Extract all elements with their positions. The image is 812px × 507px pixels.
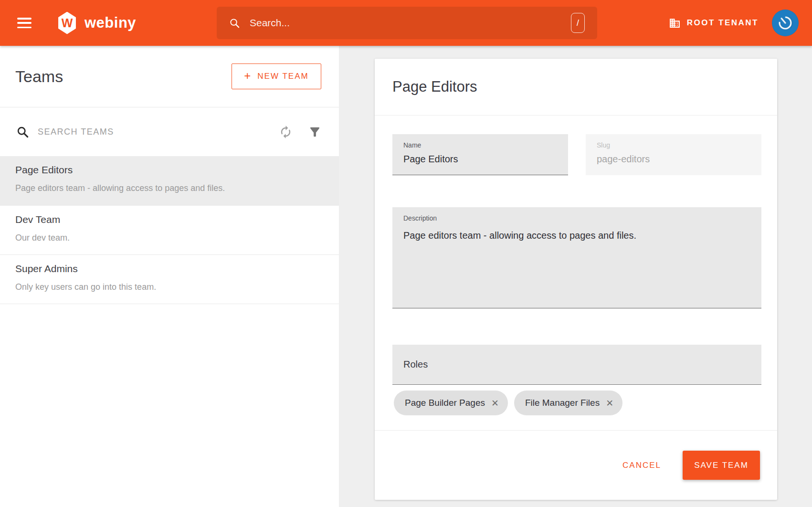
team-detail-header: Page Editors bbox=[375, 59, 777, 116]
roles-field[interactable]: Roles bbox=[392, 345, 761, 385]
refresh-button[interactable] bbox=[279, 125, 293, 139]
new-team-button-label: NEW TEAM bbox=[257, 72, 308, 81]
description-field[interactable]: Description Page editors team - allowing… bbox=[392, 207, 761, 308]
team-name: Page Editors bbox=[15, 164, 324, 176]
teams-list-panel: Teams + NEW TEAM Page Editors Page edito… bbox=[0, 46, 339, 507]
power-icon bbox=[773, 11, 798, 35]
team-description: Page editors team - allowing access to p… bbox=[15, 183, 324, 193]
plus-icon: + bbox=[244, 69, 252, 83]
app-header: W webiny / ROOT TENANT bbox=[0, 0, 812, 46]
search-teams-icon bbox=[16, 126, 29, 138]
page-title: Teams bbox=[15, 67, 63, 86]
refresh-icon bbox=[279, 125, 293, 139]
description-field-label: Description bbox=[403, 214, 750, 222]
webiny-wordmark: webiny bbox=[84, 14, 136, 32]
search-icon bbox=[229, 18, 240, 29]
filter-icon bbox=[308, 125, 322, 139]
cancel-button[interactable]: CANCEL bbox=[620, 456, 664, 475]
team-list-item-page-editors[interactable]: Page Editors Page editors team - allowin… bbox=[0, 156, 339, 206]
slug-field: Slug page-editors bbox=[586, 134, 761, 175]
filter-button[interactable] bbox=[308, 125, 322, 139]
slug-field-label: Slug bbox=[597, 141, 750, 149]
team-name: Super Admins bbox=[15, 263, 324, 275]
form-footer: CANCEL SAVE TEAM bbox=[375, 430, 777, 500]
name-field[interactable]: Name Page Editors bbox=[392, 134, 568, 175]
team-detail-title: Page Editors bbox=[392, 78, 477, 95]
roles-field-label: Roles bbox=[403, 359, 428, 370]
remove-role-icon[interactable]: ✕ bbox=[606, 399, 613, 408]
role-chip-page-builder-pages: Page Builder Pages ✕ bbox=[394, 391, 508, 415]
name-field-value: Page Editors bbox=[403, 154, 557, 165]
search-teams-input[interactable] bbox=[38, 127, 279, 137]
team-description: Our dev team. bbox=[15, 233, 324, 243]
team-form: Name Page Editors Slug page-editors Desc… bbox=[375, 116, 777, 500]
hamburger-menu-icon[interactable] bbox=[17, 18, 32, 28]
tenant-label: ROOT TENANT bbox=[687, 18, 759, 28]
tenant-selector[interactable]: ROOT TENANT bbox=[669, 17, 759, 29]
team-name: Dev Team bbox=[15, 214, 324, 225]
name-field-label: Name bbox=[403, 141, 557, 149]
role-chip-label: File Manager Files bbox=[525, 398, 600, 408]
role-chip-file-manager-files: File Manager Files ✕ bbox=[514, 391, 622, 415]
global-search-input[interactable] bbox=[250, 17, 571, 29]
roles-chips: Page Builder Pages ✕ File Manager Files … bbox=[394, 391, 622, 415]
team-list-item-dev-team[interactable]: Dev Team Our dev team. bbox=[0, 206, 339, 255]
description-field-value: Page editors team - allowing access to p… bbox=[403, 230, 750, 241]
new-team-button[interactable]: + NEW TEAM bbox=[232, 63, 321, 89]
slash-shortcut-badge: / bbox=[571, 13, 585, 33]
global-search-bar[interactable]: / bbox=[217, 7, 597, 39]
team-list-item-super-admins[interactable]: Super Admins Only key users can go into … bbox=[0, 255, 339, 304]
webiny-logo-icon: W bbox=[57, 12, 77, 34]
save-team-button[interactable]: SAVE TEAM bbox=[683, 451, 760, 480]
team-description: Only key users can go into this team. bbox=[15, 282, 324, 292]
team-detail-card: Page Editors Name Page Editors Slug page… bbox=[375, 59, 777, 500]
slug-field-value: page-editors bbox=[597, 154, 750, 165]
user-avatar[interactable] bbox=[772, 10, 799, 36]
role-chip-label: Page Builder Pages bbox=[405, 398, 485, 408]
logo-letter: W bbox=[62, 16, 73, 30]
teams-search-row bbox=[0, 107, 339, 156]
teams-panel-header: Teams + NEW TEAM bbox=[0, 46, 339, 107]
remove-role-icon[interactable]: ✕ bbox=[491, 399, 499, 408]
building-icon bbox=[669, 17, 681, 29]
